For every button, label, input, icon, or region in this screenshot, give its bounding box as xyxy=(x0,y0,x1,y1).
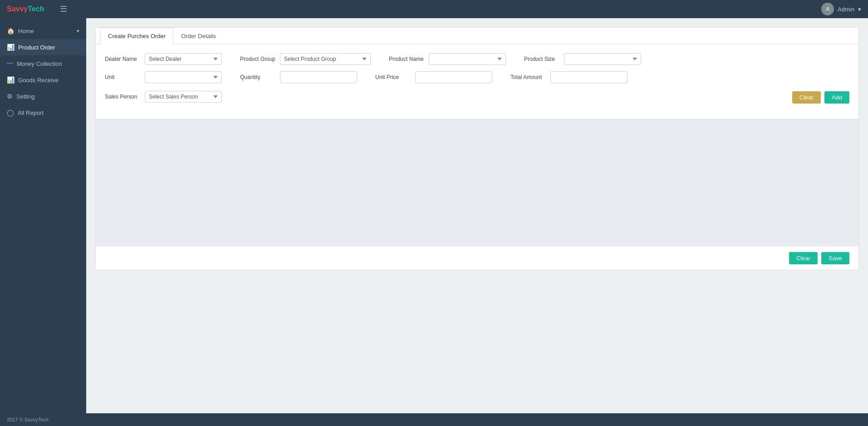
sales-person-label: Sales Person xyxy=(105,94,141,100)
add-button[interactable]: Add xyxy=(824,91,849,104)
tab-order-details[interactable]: Order Details xyxy=(173,28,224,44)
all-report-icon: ◯ xyxy=(7,109,14,116)
navbar: SavvyTech ☰ A Admin ▾ xyxy=(0,0,868,18)
sales-person-group: Sales Person Select Sales Person xyxy=(105,91,222,103)
sidebar-label-money-collection: Money Collection xyxy=(17,60,62,67)
sales-person-select[interactable]: Select Sales Person xyxy=(145,91,222,103)
brand: SavvyTech xyxy=(7,5,44,13)
home-icon: 🏠 xyxy=(7,27,15,35)
clear-row-button[interactable]: Clear xyxy=(792,91,821,104)
product-name-select[interactable] xyxy=(429,53,506,65)
setting-icon: ⚙ xyxy=(7,93,13,100)
copyright-text: 2017 © SavvyTech xyxy=(7,417,49,422)
brand-part2: Tech xyxy=(28,5,44,13)
product-name-label: Product Name xyxy=(389,56,425,62)
product-order-icon: 📊 xyxy=(7,44,15,51)
save-button[interactable]: Save xyxy=(821,252,849,264)
row-buttons: Clear Add xyxy=(792,91,849,104)
navbar-right: A Admin ▾ xyxy=(821,3,861,15)
tab-create-purches-order[interactable]: Create Purches Order xyxy=(100,28,173,44)
unit-price-label: Unit Price xyxy=(375,74,412,80)
sidebar-item-product-order[interactable]: 📊 Product Order xyxy=(0,39,86,55)
total-amount-group: Total Amount xyxy=(510,71,628,83)
navbar-left: SavvyTech ☰ xyxy=(7,4,67,14)
sidebar-label-home: Home xyxy=(18,28,34,35)
product-size-group: Product Size xyxy=(524,53,641,65)
app-body: 🏠 Home ▾ 📊 Product Order 〰 Money Collect… xyxy=(0,18,868,413)
product-group-group: Product Group Select Product Group xyxy=(240,53,371,65)
sidebar-item-all-report[interactable]: ◯ All Report xyxy=(0,104,86,121)
unit-group: Unit xyxy=(105,71,222,83)
data-area xyxy=(96,119,858,246)
form-row-3: Sales Person Select Sales Person Clear A… xyxy=(105,89,849,104)
clear-bottom-button[interactable]: Clear xyxy=(789,252,818,264)
unit-price-group: Unit Price xyxy=(375,71,492,83)
bottom-actions: Clear Save xyxy=(96,246,858,270)
username-chevron: ▾ xyxy=(858,6,861,13)
quantity-group: Quantity xyxy=(240,71,357,83)
main-content: Create Purches Order Order Details Deale… xyxy=(86,18,868,413)
product-size-label: Product Size xyxy=(524,56,560,62)
dealer-name-group: Dealer Name Select Dealer xyxy=(105,53,222,65)
sidebar-item-home[interactable]: 🏠 Home ▾ xyxy=(0,23,86,39)
dealer-name-label: Dealer Name xyxy=(105,56,141,62)
product-group-select[interactable]: Select Product Group xyxy=(280,53,371,65)
sidebar-item-goods-receive[interactable]: 📊 Goods Receive xyxy=(0,72,86,88)
goods-receive-icon: 📊 xyxy=(7,76,15,84)
money-collection-icon: 〰 xyxy=(7,60,13,67)
product-group-label: Product Group xyxy=(240,56,276,62)
unit-select[interactable] xyxy=(145,71,222,83)
form-row-1: Dealer Name Select Dealer Product Group … xyxy=(105,53,849,65)
sidebar: 🏠 Home ▾ 📊 Product Order 〰 Money Collect… xyxy=(0,18,86,413)
avatar: A xyxy=(821,3,834,15)
sidebar-item-money-collection[interactable]: 〰 Money Collection xyxy=(0,55,86,72)
quantity-label: Quantity xyxy=(240,74,276,80)
total-amount-label: Total Amount xyxy=(510,74,547,80)
sidebar-item-setting[interactable]: ⚙ Setting xyxy=(0,88,86,104)
sidebar-label-product-order: Product Order xyxy=(18,44,55,51)
copyright: 2017 © SavvyTech xyxy=(0,413,868,426)
dealer-name-select[interactable]: Select Dealer xyxy=(145,53,222,65)
chevron-down-icon: ▾ xyxy=(77,28,79,34)
main-card: Create Purches Order Order Details Deale… xyxy=(95,27,859,270)
sidebar-label-goods-receive: Goods Receive xyxy=(18,77,59,84)
hamburger-icon[interactable]: ☰ xyxy=(60,4,67,14)
quantity-input[interactable] xyxy=(280,71,357,83)
product-size-select[interactable] xyxy=(564,53,641,65)
unit-price-input[interactable] xyxy=(415,71,492,83)
unit-label: Unit xyxy=(105,74,141,80)
total-amount-input[interactable] xyxy=(550,71,628,83)
form-row-2: Unit Quantity Unit Price Tot xyxy=(105,71,849,83)
tabs: Create Purches Order Order Details xyxy=(96,28,858,44)
sidebar-label-all-report: All Report xyxy=(18,109,44,116)
sidebar-label-setting: Setting xyxy=(16,93,34,100)
username: Admin xyxy=(838,6,854,13)
brand-part1: Savvy xyxy=(7,5,28,13)
product-name-group: Product Name xyxy=(389,53,506,65)
form-area: Dealer Name Select Dealer Product Group … xyxy=(96,44,858,119)
